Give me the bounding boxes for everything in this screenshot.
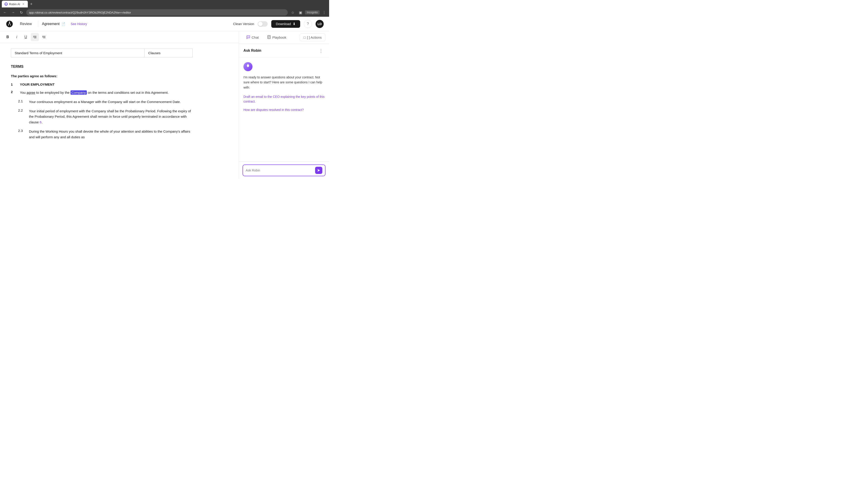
section-1-title: YOUR EMPLOYMENT xyxy=(20,83,55,86)
doc-icon: 📄 xyxy=(61,22,65,26)
suggestion-1-link[interactable]: Draft an email to the CEO explaining the… xyxy=(243,94,324,104)
forward-button[interactable]: → xyxy=(10,9,16,15)
italic-button[interactable]: i xyxy=(13,33,21,41)
sub-section-2-2: 2.2 Your initial period of employment wi… xyxy=(11,108,193,125)
svg-point-10 xyxy=(249,37,249,37)
section-2-mid: to be employed by the xyxy=(35,91,70,94)
robin-intro-text: I'm ready to answer questions about your… xyxy=(243,75,324,90)
formatting-toolbar: B i U xyxy=(0,31,239,43)
parties-text: The parties agree as follows: xyxy=(11,74,193,78)
panel-tabs: Chat Playbook □ [ ] Actions xyxy=(239,31,329,44)
download-button[interactable]: Download ⬇ xyxy=(271,20,300,28)
main-layout: B i U xyxy=(0,31,329,179)
section-2-body: You agree to be employed by the Company … xyxy=(20,90,168,96)
company-word: Company xyxy=(70,90,87,95)
sub-section-2-3: 2.3 During the Working Hours you shall d… xyxy=(11,129,193,140)
sub-2-3-num: 2.3 xyxy=(18,129,25,140)
reload-button[interactable]: ↻ xyxy=(18,9,24,15)
address-bar-row: ← → ↻ ☆ ▣ Incognito ⋮ xyxy=(0,8,329,17)
sub-section-2-1: 2.1 Your continuous employment as a Mana… xyxy=(11,99,193,105)
tab-chat[interactable]: Chat xyxy=(243,33,262,42)
playbook-icon xyxy=(267,35,271,40)
back-button[interactable]: ← xyxy=(2,9,8,15)
ask-robin-input-area xyxy=(239,162,329,179)
ask-robin-header: Ask Robin ⋮ xyxy=(239,44,329,58)
document-name: Agreement 📄 xyxy=(42,22,65,26)
avatar-button[interactable]: LD xyxy=(315,20,324,28)
chat-icon xyxy=(246,35,250,40)
new-tab-button[interactable]: + xyxy=(29,2,34,6)
table-cell-left: Standard Terms of Employment xyxy=(11,49,145,57)
sub-2-2-pre: Your initial period of employment with t… xyxy=(29,109,191,124)
bold-button[interactable]: B xyxy=(4,33,12,41)
editor-area[interactable]: B i U xyxy=(0,31,239,179)
document-content: Standard Terms of Employment Clauses TER… xyxy=(0,43,204,149)
menu-button[interactable]: ⋮ xyxy=(321,9,327,15)
extensions-button[interactable]: ▣ xyxy=(297,9,304,15)
section-2: 2 You agree to be employed by the Compan… xyxy=(11,90,193,96)
svg-point-9 xyxy=(248,37,248,37)
doc-table: Standard Terms of Employment Clauses xyxy=(11,48,193,57)
sub-2-2-num: 2.2 xyxy=(18,108,25,125)
tab-playbook[interactable]: Playbook xyxy=(264,33,290,42)
ask-robin-more-button[interactable]: ⋮ xyxy=(317,47,324,54)
agree-word: agree xyxy=(26,91,35,94)
app-logo xyxy=(5,20,13,28)
terms-heading: TERMS xyxy=(11,65,193,69)
bookmark-button[interactable]: ☆ xyxy=(289,9,296,15)
right-panel: Chat Playbook □ [ ] Actions xyxy=(239,31,329,179)
download-icon: ⬇ xyxy=(293,22,296,26)
svg-point-15 xyxy=(248,64,248,65)
ask-robin-body: I'm ready to answer questions about your… xyxy=(239,58,329,162)
indent-increase-button[interactable] xyxy=(40,33,48,41)
see-history-button[interactable]: See History xyxy=(69,21,89,27)
table-cell-right: Clauses xyxy=(145,49,192,57)
sub-2-1-num: 2.1 xyxy=(18,99,25,105)
section-1: 1 YOUR EMPLOYMENT xyxy=(11,83,193,86)
clause-6-link[interactable]: 6 xyxy=(40,120,41,124)
sub-2-2-post: . xyxy=(41,120,42,124)
tab-bar: Robin AI × + xyxy=(0,0,329,8)
sub-2-2-body: Your initial period of employment with t… xyxy=(29,108,193,125)
ask-robin-input[interactable] xyxy=(246,168,313,172)
help-button[interactable]: ? xyxy=(304,20,312,28)
svg-point-8 xyxy=(248,37,248,37)
address-input[interactable] xyxy=(26,9,288,15)
sub-2-1-body: Your continuous employment as a Manager … xyxy=(29,99,181,105)
address-bar-actions: ☆ ▣ Incognito ⋮ xyxy=(289,9,327,15)
incognito-badge: Incognito xyxy=(305,10,320,14)
tab-actions[interactable]: □ [ ] Actions xyxy=(300,33,326,41)
sub-2-3-body: During the Working Hours you shall devot… xyxy=(29,129,193,140)
underline-button[interactable]: U xyxy=(22,33,30,41)
review-button[interactable]: Review xyxy=(17,21,34,27)
tab-actions-label: [ ] Actions xyxy=(307,35,322,39)
section-2-pre: You xyxy=(20,91,26,94)
header-right: Clean Version Download ⬇ ? LD xyxy=(233,20,324,28)
app-header: Review Agreement 📄 See History Clean Ver… xyxy=(0,17,329,31)
active-tab[interactable]: Robin AI × xyxy=(2,1,28,7)
tab-chat-label: Chat xyxy=(252,35,259,39)
clean-version-label: Clean Version xyxy=(233,22,254,26)
tab-favicon xyxy=(4,2,8,6)
ask-robin-title: Ask Robin xyxy=(243,48,261,53)
ask-robin-input-wrap xyxy=(243,164,326,176)
ask-robin-panel: Ask Robin ⋮ I'm ready to answer question… xyxy=(239,44,329,179)
section-2-num: 2 xyxy=(11,90,16,96)
tab-title: Robin AI xyxy=(9,2,20,6)
tab-playbook-label: Playbook xyxy=(272,35,286,39)
clean-version-toggle[interactable] xyxy=(258,21,268,27)
suggestion-2-link[interactable]: How are disputes resolved in this contra… xyxy=(243,107,324,112)
download-label: Download xyxy=(276,22,291,26)
send-button[interactable] xyxy=(315,167,322,174)
section-2-post: on the terms and conditions set out in t… xyxy=(87,91,168,94)
indent-decrease-button[interactable] xyxy=(31,33,39,41)
svg-point-1 xyxy=(9,22,10,23)
actions-icon: □ xyxy=(304,35,306,39)
table-row: Standard Terms of Employment Clauses xyxy=(11,49,193,57)
robin-avatar xyxy=(243,62,252,71)
tab-close-button[interactable]: × xyxy=(22,2,25,6)
section-1-num: 1 xyxy=(11,83,16,86)
